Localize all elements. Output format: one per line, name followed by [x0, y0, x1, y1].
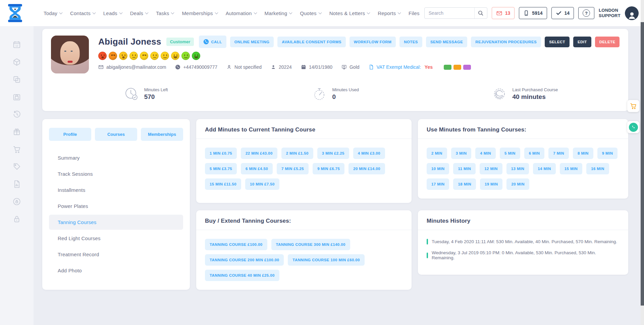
- use-minutes-option[interactable]: 4 MIN: [475, 148, 496, 159]
- nav-item[interactable]: Automation: [226, 10, 257, 16]
- use-minutes-option[interactable]: 14 MIN: [533, 163, 555, 174]
- use-minutes-option[interactable]: 5 MIN: [500, 148, 520, 159]
- color-tag-swatch[interactable]: [463, 65, 471, 70]
- edit-button[interactable]: EDIT: [573, 37, 591, 47]
- search-input[interactable]: [425, 10, 474, 16]
- use-minutes-option[interactable]: 12 MIN: [480, 163, 502, 174]
- floating-call-button[interactable]: [627, 121, 639, 133]
- add-minutes-option[interactable]: 3 MIN £2.25: [317, 148, 349, 159]
- use-minutes-option[interactable]: 10 MIN: [427, 163, 449, 174]
- price-tag-icon[interactable]: [12, 162, 21, 171]
- nav-item[interactable]: Reports: [378, 10, 400, 16]
- add-minutes-option[interactable]: 5 MIN £3.75: [205, 163, 237, 174]
- use-minutes-option[interactable]: 2 MIN: [427, 148, 447, 159]
- report-doc-icon[interactable]: [12, 180, 21, 188]
- history-icon[interactable]: [12, 110, 21, 119]
- nav-item[interactable]: Marketing: [265, 10, 292, 16]
- course-menu-item[interactable]: Installments: [49, 182, 183, 198]
- course-menu-item[interactable]: Red Light Courses: [49, 231, 183, 246]
- use-minutes-option[interactable]: 11 MIN: [453, 163, 476, 174]
- add-minutes-option[interactable]: 6 MIN £4.50: [241, 163, 273, 174]
- user-avatar[interactable]: [625, 6, 639, 20]
- use-minutes-option[interactable]: 6 MIN: [524, 148, 545, 159]
- mood-emoji[interactable]: [119, 52, 127, 60]
- nav-item[interactable]: Today: [44, 10, 62, 16]
- floating-cart-button[interactable]: [627, 100, 639, 112]
- nav-item[interactable]: Deals: [130, 10, 148, 16]
- gift-icon[interactable]: [12, 127, 21, 136]
- profile-action-button[interactable]: WORKFLOW FORM: [350, 37, 396, 47]
- nav-item[interactable]: Tasks: [156, 10, 174, 16]
- mood-emoji[interactable]: [129, 52, 138, 60]
- use-minutes-option[interactable]: 19 MIN: [480, 178, 502, 190]
- nav-item[interactable]: Memberships: [182, 10, 217, 16]
- use-minutes-option[interactable]: 13 MIN: [506, 163, 529, 174]
- add-minutes-option[interactable]: 22 MIN £43.00: [241, 148, 277, 159]
- add-minutes-option[interactable]: 2 MIN £1.50: [281, 148, 313, 159]
- course-menu-item[interactable]: Add Photo: [49, 263, 183, 278]
- order-calendar-icon[interactable]: [12, 93, 21, 101]
- mood-emoji[interactable]: [150, 52, 159, 60]
- nav-item[interactable]: Leads: [103, 10, 122, 16]
- mood-emoji[interactable]: [161, 52, 169, 60]
- help-button[interactable]: ?: [578, 7, 594, 19]
- cart-icon[interactable]: [12, 145, 21, 154]
- vertical-scrollbar[interactable]: [641, 0, 644, 325]
- course-menu-item[interactable]: Summary: [49, 150, 183, 165]
- tasks-badge[interactable]: 14: [551, 7, 574, 19]
- mood-emoji[interactable]: [109, 52, 117, 60]
- course-tab[interactable]: Memberships: [141, 128, 183, 141]
- profile-action-button[interactable]: AVAILABLE CONSENT FORMS: [277, 37, 345, 47]
- nav-item[interactable]: Files: [409, 10, 424, 16]
- package-icon[interactable]: [12, 58, 21, 66]
- add-minutes-option[interactable]: 15 MIN £11.50: [205, 178, 241, 190]
- use-minutes-option[interactable]: 15 MIN: [560, 163, 582, 174]
- call-button[interactable]: CALL: [199, 36, 226, 48]
- buy-course-option[interactable]: TANNING COURSE £100.00: [205, 239, 267, 250]
- course-tab[interactable]: Courses: [95, 128, 137, 141]
- mood-emoji[interactable]: [171, 52, 179, 60]
- profile-vat-exempt[interactable]: VAT Exempt Medical: Yes: [369, 64, 433, 70]
- add-minutes-option[interactable]: 9 MIN £6.75: [313, 163, 344, 174]
- add-minutes-option[interactable]: 1 MIN £0.75: [205, 148, 237, 159]
- use-minutes-option[interactable]: 9 MIN: [597, 148, 618, 159]
- lock-icon[interactable]: [12, 215, 21, 223]
- mood-emoji[interactable]: [192, 52, 200, 60]
- delete-button[interactable]: DELETE: [595, 37, 620, 47]
- phone-badge[interactable]: 5914: [519, 7, 547, 19]
- profile-action-button[interactable]: NOTES: [399, 37, 422, 47]
- buy-course-option[interactable]: TANNING COURSE 300 MIN £140.00: [271, 239, 350, 250]
- profile-action-button[interactable]: REJUVENATION PROCEDURES: [471, 37, 541, 47]
- mood-emoji[interactable]: [181, 52, 190, 60]
- use-minutes-option[interactable]: 17 MIN: [427, 178, 449, 190]
- add-minutes-option[interactable]: 10 MIN £7.50: [245, 178, 279, 190]
- mail-badge[interactable]: 13: [492, 7, 515, 19]
- scrollbar-thumb[interactable]: [641, 22, 644, 306]
- course-menu-item[interactable]: Power Plates: [49, 199, 183, 214]
- app-logo[interactable]: [7, 4, 23, 22]
- use-minutes-option[interactable]: 8 MIN: [573, 148, 593, 159]
- profile-action-button[interactable]: ONLINE MEETING: [230, 37, 274, 47]
- color-tag-swatch[interactable]: [444, 65, 451, 70]
- nav-item[interactable]: Quotes: [300, 10, 321, 16]
- buy-course-option[interactable]: TANNING COURSE 40 MIN £25.00: [205, 270, 279, 281]
- copy-icon[interactable]: [12, 75, 21, 84]
- mood-emoji[interactable]: [140, 52, 148, 60]
- add-minutes-option[interactable]: 20 MIN £14.00: [348, 163, 385, 174]
- color-tag-swatch[interactable]: [453, 65, 461, 70]
- buy-course-option[interactable]: TANNING COURSE 200 MIN £100.00: [205, 254, 284, 266]
- course-menu-item[interactable]: Track Sessions: [49, 166, 183, 181]
- add-minutes-option[interactable]: 4 MIN £3.00: [353, 148, 385, 159]
- use-minutes-option[interactable]: 18 MIN: [453, 178, 476, 190]
- course-menu-item[interactable]: Treatment Record: [49, 247, 183, 262]
- add-minutes-option[interactable]: 7 MIN £5.25: [277, 163, 309, 174]
- search-button[interactable]: [474, 8, 487, 18]
- use-minutes-option[interactable]: 20 MIN: [506, 178, 529, 190]
- use-minutes-option[interactable]: 3 MIN: [451, 148, 472, 159]
- user-privacy-icon[interactable]: [12, 197, 21, 206]
- use-minutes-option[interactable]: 7 MIN: [548, 148, 569, 159]
- buy-course-option[interactable]: TANNING COURSE 100 MIN £60.00: [288, 254, 365, 266]
- select-button[interactable]: SELECT: [545, 37, 570, 47]
- nav-item[interactable]: Contacts: [70, 10, 95, 16]
- course-menu-item[interactable]: Tanning Courses: [49, 215, 183, 230]
